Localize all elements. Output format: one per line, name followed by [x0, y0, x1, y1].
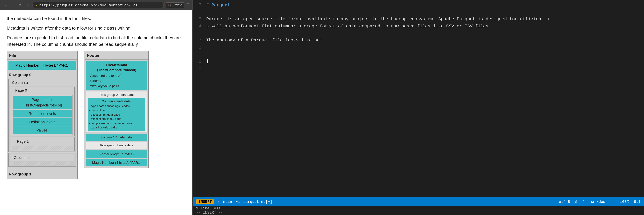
browser-panel: ‹ › ↺ ⌂ 🔒 https://parquet.apache.org/doc… — [0, 0, 193, 215]
encoding: utf-8 — [559, 200, 570, 204]
line-num-1: 1 — [194, 58, 201, 65]
file-title: File — [7, 52, 78, 60]
zoom: 100% — [620, 200, 629, 204]
bottom-bar: 1 line less -- INSERT -- — [193, 206, 644, 215]
parquet-diagram: File Magic Number (4 bytes): "PAR1" Row … — [7, 51, 186, 179]
filetype: markdown — [590, 200, 608, 204]
code-line-9 — [206, 58, 640, 65]
col-a-item-6: - extra key/value pairs — [89, 126, 144, 130]
url-text: https://parquet.apache.org/documentation… — [39, 3, 144, 7]
column-b-label: Column b — [10, 154, 74, 161]
web-content: the metadata can be found in the thrift … — [0, 10, 192, 215]
page-1-label: Page 1 — [12, 138, 73, 145]
col-a-meta-title: Column a meta data: — [89, 99, 144, 104]
para-1: the metadata can be found in the thrift … — [7, 15, 186, 22]
filemetadata-item-3: - extra key/value pairs — [88, 84, 146, 88]
refresh-button[interactable]: ↺ — [18, 2, 23, 8]
row-group-0-label: Row group 0 — [7, 71, 78, 78]
code-line-7 — [206, 44, 640, 51]
filemetadata-item-1: - Version (of the format) — [88, 73, 146, 78]
col-a-item-4: - offset of first index page — [89, 117, 144, 121]
bottom-line1: 1 line less — [196, 206, 223, 210]
para-2: Metadata is written after the data to al… — [7, 25, 186, 32]
col-a-item-2: - num values — [89, 108, 144, 112]
bottom-messages: 1 line less -- INSERT -- — [196, 206, 223, 215]
code-line-5 — [206, 30, 640, 37]
asterisk-icon: * — [582, 200, 585, 204]
values: values — [13, 126, 72, 134]
code-line-4: s well as performant flat columnar stora… — [206, 23, 640, 30]
address-bar[interactable]: 🔒 https://parquet.apache.org/documentati… — [32, 2, 164, 8]
code-line-6: The anatomy of a Parquet file looks like… — [206, 37, 640, 44]
home-button[interactable]: ⌂ — [25, 2, 30, 8]
file-structure-box: File Magic Number (4 bytes): "PAR1" Row … — [7, 51, 78, 179]
bottom-line2: -- INSERT -- — [196, 210, 223, 215]
footer-structure-box: Footer FileMetaData (ThriftCompactProtoc… — [84, 51, 149, 168]
editor-area: 7 5 4 3 2 1 9 # Parquet Parquet is an op… — [193, 0, 644, 198]
code-line-2 — [206, 9, 640, 16]
magic-number-footer: Magic Number (4 bytes): "PAR1" — [86, 159, 147, 166]
col-a-meta-box: Column a meta data: - type / path / enco… — [88, 98, 145, 131]
col-a-item-3: - offset of first data page — [89, 112, 144, 117]
delta-icon: Δ — [575, 200, 577, 204]
private-badge: 👓 Private — [166, 2, 184, 8]
dash-dash: — — [612, 200, 615, 204]
browser-toolbar: ‹ › ↺ ⌂ 🔒 https://parquet.apache.org/doc… — [0, 0, 192, 10]
status-right: utf-8 Δ * markdown — 100% 9:1 — [559, 200, 640, 204]
col-a-item-1: - type / path / encodings / codec — [89, 104, 144, 108]
row-group-0-meta: Row group 0 meta data: Column a meta dat… — [86, 91, 147, 133]
filemetadata-box: FileMetaData (ThriftCompactProtocol) - V… — [86, 61, 147, 90]
git-icon: ⑂ — [218, 200, 220, 204]
filemetadata-title: FileMetaData (ThriftCompactProtocol) — [88, 62, 146, 72]
rep-levels: Repetition levels — [13, 110, 72, 118]
line-numbers: 7 5 4 3 2 1 9 — [193, 0, 203, 198]
page-0-label: Page 0 — [10, 87, 74, 94]
col-a-meta-items: - type / path / encodings / codec - num … — [89, 104, 144, 130]
wavy-separator — [7, 167, 78, 170]
status-bar: INSERT ⑂ main ~1 parquet.md[+] utf-8 Δ *… — [193, 198, 644, 206]
magic-number-top: Magic Number (4 bytes): "PAR1" — [8, 61, 76, 70]
filemetadata-items: - Version (of the format) - Schema - ext… — [88, 73, 146, 88]
line-num-7: 7 — [194, 2, 201, 9]
line-num-4: 4 — [194, 23, 201, 30]
menu-button[interactable]: ☰ — [186, 3, 190, 7]
editor-content[interactable]: # Parquet Parquet is an open source file… — [203, 0, 644, 198]
code-line-1: # Parquet — [206, 2, 640, 9]
mode-badge: INSERT — [196, 200, 214, 204]
code-line-3: Parquet is an open source file format av… — [206, 16, 640, 23]
footer-title: Footer — [85, 52, 148, 60]
row-group-1-label: Row group 1 — [7, 170, 78, 178]
position: 9:1 — [634, 200, 640, 204]
line-num-5: 5 — [194, 16, 201, 23]
para-3: Readers are expected to first read the f… — [7, 34, 186, 48]
column-a-label: Column a — [8, 79, 76, 86]
back-button[interactable]: ‹ — [3, 2, 8, 8]
line-num-blank1 — [194, 9, 201, 16]
forward-button[interactable]: › — [10, 2, 16, 8]
col-a-item-5: - compressed/uncompressed size — [89, 121, 144, 126]
line-num-2: 2 — [194, 44, 201, 51]
def-levels: Definition levels — [13, 118, 72, 126]
line-num-3: 3 — [194, 37, 201, 44]
lock-icon: 🔒 — [35, 4, 38, 6]
footer-length: Footer length (4 bytes) — [86, 150, 147, 158]
glasses-icon: 👓 — [168, 3, 172, 7]
filemetadata-item-2: - Schema — [88, 78, 146, 83]
col-b-meta: column "b" meta data — [86, 134, 147, 141]
line-num-blank2 — [194, 30, 201, 37]
line-num-blank3 — [194, 51, 201, 58]
row-group-1-meta: Row group 1 meta data — [86, 142, 147, 149]
row-group-0-meta-title: Row group 0 meta data: — [88, 92, 146, 97]
page-inner: Page header (ThriftCompactProtocol) Repe… — [12, 95, 73, 135]
line-num-9: 9 — [194, 65, 201, 72]
line-count: ~1 — [236, 200, 240, 204]
branch-name: main — [223, 200, 232, 204]
filename: parquet.md[+] — [243, 200, 272, 204]
code-line-8 — [206, 51, 640, 58]
page-header: Page header (ThriftCompactProtocol) — [13, 96, 72, 109]
editor-panel: 7 5 4 3 2 1 9 # Parquet Parquet is an op… — [193, 0, 644, 215]
private-label: Private — [172, 4, 182, 7]
